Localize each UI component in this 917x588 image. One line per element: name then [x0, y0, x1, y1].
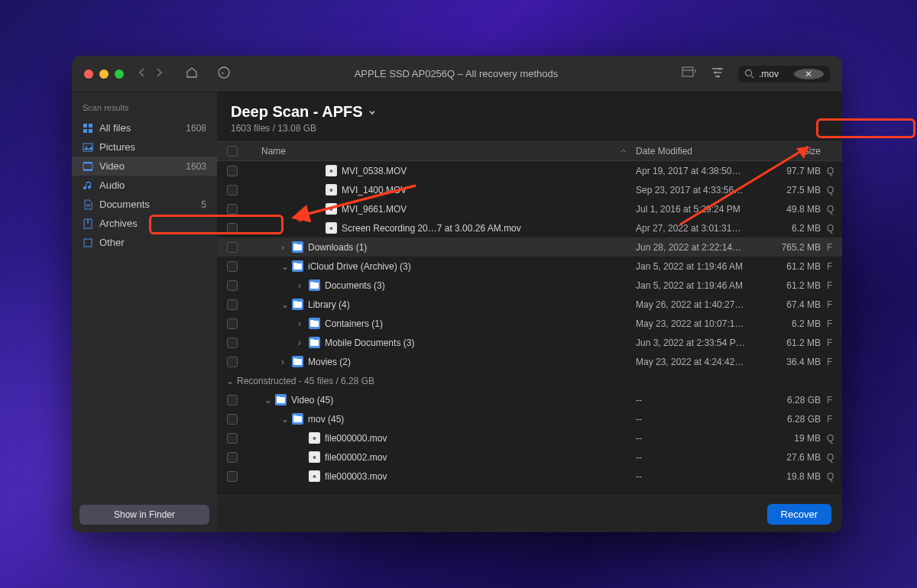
svg-point-18	[330, 189, 333, 192]
file-row[interactable]: MVI_9661.MOVJul 1, 2016 at 5:29:24 PM49.…	[217, 199, 842, 218]
row-name: Downloads (1)	[308, 242, 367, 253]
svg-rect-16	[84, 239, 92, 247]
chevron-down-icon[interactable]	[368, 108, 377, 117]
row-date: --	[636, 452, 770, 463]
row-date: May 26, 2022 at 1:40:27…	[636, 299, 770, 310]
row-checkbox[interactable]	[227, 395, 238, 405]
row-date: --	[636, 433, 770, 444]
maximize-icon[interactable]	[115, 69, 124, 79]
row-size: 67.4 MB	[770, 299, 827, 310]
folder-row[interactable]: ›Movies (2)May 23, 2022 at 4:24:42…36.4 …	[217, 352, 842, 371]
row-checkbox[interactable]	[227, 299, 238, 310]
minimize-icon[interactable]	[99, 69, 109, 79]
file-row[interactable]: MVI_1400.MOVSep 23, 2017 at 4:33:56…27.5…	[217, 180, 842, 199]
history-icon[interactable]	[217, 66, 231, 82]
folder-row[interactable]: ⌄iCloud Drive (Archive) (3)Jan 5, 2022 a…	[217, 257, 842, 276]
sidebar-item-other[interactable]: Other	[72, 233, 217, 252]
sidebar-item-documents[interactable]: Documents5	[72, 195, 217, 214]
sidebar-heading: Scan results	[72, 103, 217, 118]
show-in-finder-button[interactable]: Show in Finder	[79, 505, 209, 525]
chevron-right-icon[interactable]: ›	[298, 318, 306, 329]
row-checkbox[interactable]	[227, 185, 238, 195]
svg-point-0	[219, 67, 229, 78]
folder-row[interactable]: ›Containers (1)May 23, 2022 at 10:07:1…6…	[217, 314, 842, 333]
row-size: 19.8 MB	[770, 471, 827, 482]
row-checkbox[interactable]	[227, 414, 238, 425]
svg-point-11	[86, 146, 87, 147]
folder-row[interactable]: ›Documents (3)Jan 5, 2022 at 1:19:46 AM6…	[217, 276, 842, 295]
folder-row[interactable]: ⌄Library (4)May 26, 2022 at 1:40:27…67.4…	[217, 295, 842, 314]
svg-point-17	[330, 170, 333, 173]
back-icon[interactable]	[138, 67, 145, 81]
chevron-right-icon[interactable]: ›	[298, 338, 306, 348]
row-checkbox[interactable]	[227, 242, 238, 253]
section-header[interactable]: ⌄Reconstructed - 45 files / 6.28 GB	[217, 371, 842, 390]
home-icon[interactable]	[185, 66, 199, 82]
search-input[interactable]: .mov ✕	[738, 66, 830, 82]
chevron-down-icon: ⌄	[226, 376, 234, 386]
row-date: Jan 5, 2022 at 1:19:46 AM	[636, 261, 770, 272]
row-checkbox[interactable]	[227, 261, 238, 272]
select-all-checkbox[interactable]	[227, 146, 238, 157]
chevron-down-icon[interactable]: ⌄	[281, 414, 289, 425]
filter-icon[interactable]	[711, 66, 724, 82]
row-checkbox[interactable]	[227, 318, 238, 329]
row-checkbox[interactable]	[227, 166, 238, 176]
search-value: .mov	[759, 69, 789, 79]
view-icon[interactable]	[682, 66, 697, 82]
folder-row[interactable]: ⌄mov (45)--6.28 GBF	[217, 409, 842, 428]
row-size: 61.2 MB	[770, 280, 827, 291]
row-checkbox[interactable]	[227, 433, 238, 444]
row-checkbox[interactable]	[227, 452, 238, 463]
chevron-down-icon[interactable]: ⌄	[281, 261, 289, 272]
row-date: Jun 28, 2022 at 2:22:14…	[636, 242, 770, 253]
row-checkbox[interactable]	[227, 338, 238, 348]
sidebar-item-video[interactable]: Video1603	[72, 157, 217, 176]
folder-row[interactable]: ›Mobile Documents (3)Jun 3, 2022 at 2:33…	[217, 333, 842, 352]
folder-icon	[292, 299, 303, 310]
file-row[interactable]: file000003.mov--19.8 MBQ	[217, 467, 842, 486]
svg-point-5	[746, 70, 752, 76]
row-checkbox[interactable]	[227, 471, 238, 482]
forward-icon[interactable]	[156, 67, 164, 81]
sidebar-item-archives[interactable]: Archives	[72, 214, 217, 233]
chevron-down-icon[interactable]: ⌄	[264, 395, 272, 405]
sidebar-item-all-files[interactable]: All files1608	[72, 118, 217, 137]
sidebar-item-label: Documents	[99, 199, 150, 210]
column-date[interactable]: Date Modified	[636, 146, 770, 157]
clear-search-icon[interactable]: ✕	[794, 69, 825, 79]
sidebar-item-pictures[interactable]: Pictures	[72, 137, 217, 157]
svg-point-2	[719, 67, 721, 69]
image-icon	[83, 142, 93, 153]
row-checkbox[interactable]	[227, 223, 238, 234]
chevron-down-icon[interactable]: ⌄	[281, 299, 289, 310]
file-row[interactable]: Screen Recording 20…7 at 3.00.26 AM.movA…	[217, 218, 842, 237]
row-checkbox[interactable]	[227, 204, 238, 215]
file-row[interactable]: file000002.mov--27.6 MBQ	[217, 447, 842, 467]
file-row[interactable]: MVI_0538.MOVApr 19, 2017 at 4:38:50…97.7…	[217, 161, 842, 180]
folder-row[interactable]: ›Downloads (1)Jun 28, 2022 at 2:22:14…76…	[217, 237, 842, 257]
row-checkbox[interactable]	[227, 280, 238, 291]
row-checkbox[interactable]	[227, 357, 238, 367]
close-icon[interactable]	[84, 69, 93, 79]
row-size: 19 MB	[770, 433, 827, 444]
row-name: file000000.mov	[325, 433, 387, 444]
video-icon	[83, 161, 93, 172]
folder-row[interactable]: ⌄Video (45)--6.28 GBF	[217, 390, 842, 409]
chevron-right-icon[interactable]: ›	[281, 357, 289, 367]
chevron-right-icon[interactable]: ›	[298, 280, 306, 291]
row-name: mov (45)	[308, 414, 344, 425]
sidebar-item-audio[interactable]: Audio	[72, 176, 217, 195]
row-ext: F	[827, 357, 842, 367]
row-date: --	[636, 414, 770, 425]
recover-button[interactable]: Recover	[767, 504, 831, 525]
main-panel: Deep Scan - APFS 1603 files / 13.08 GB N…	[217, 92, 842, 532]
folder-icon	[292, 241, 303, 253]
row-size: 36.4 MB	[770, 357, 827, 367]
chevron-right-icon[interactable]: ›	[281, 242, 289, 253]
column-name[interactable]: Name	[248, 146, 636, 157]
row-name: file000002.mov	[325, 452, 387, 463]
column-size[interactable]: Size	[770, 146, 827, 157]
row-size: 97.7 MB	[770, 166, 827, 176]
file-row[interactable]: file000000.mov--19 MBQ	[217, 428, 842, 447]
